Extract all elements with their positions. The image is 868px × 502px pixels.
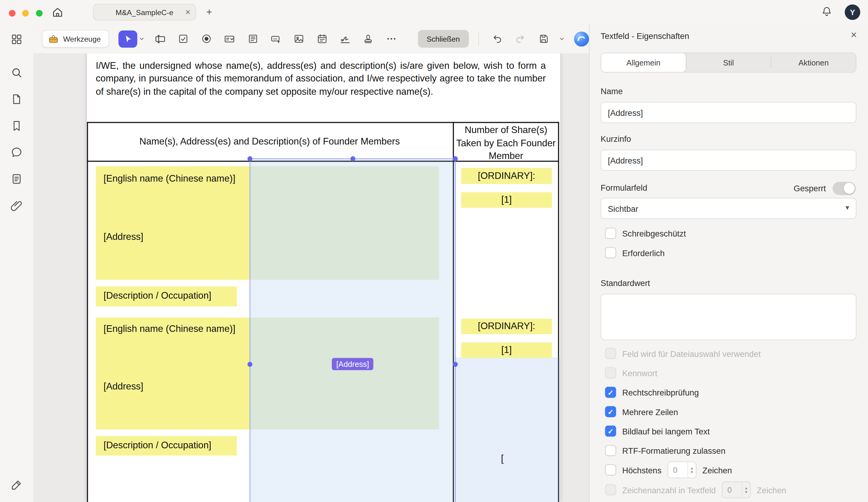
paperclip-icon bbox=[11, 199, 23, 211]
panel-tabs: Allgemein Stil Aktionen bbox=[601, 52, 857, 72]
image-icon bbox=[293, 33, 305, 44]
thumbnails-button[interactable] bbox=[9, 92, 24, 107]
checkbox-tool-button[interactable] bbox=[174, 30, 192, 48]
home-button[interactable] bbox=[50, 5, 65, 20]
max-chars-stepper[interactable]: ▲▼ bbox=[688, 462, 696, 478]
document-viewport[interactable]: I/WE, the undersigned whose name(s), add… bbox=[33, 53, 589, 502]
tab-close-icon[interactable]: × bbox=[185, 7, 190, 18]
comment-icon bbox=[11, 146, 23, 158]
redo-icon bbox=[515, 33, 526, 44]
combo-box-tool-button[interactable] bbox=[220, 30, 239, 48]
name-input[interactable]: [Address] bbox=[601, 102, 857, 123]
readonly-checkbox[interactable] bbox=[605, 228, 616, 239]
select-tool-button[interactable] bbox=[118, 30, 137, 47]
char-count-checkbox[interactable] bbox=[605, 484, 616, 495]
new-tab-button[interactable]: + bbox=[203, 6, 216, 19]
page-thumbnail-icon bbox=[11, 93, 23, 105]
document-tab[interactable]: M&A_SampleC-e × bbox=[93, 4, 196, 21]
max-chars-input[interactable]: 0 ▲▼ bbox=[668, 462, 696, 478]
visibility-select[interactable]: Sichtbar ▾ bbox=[601, 198, 857, 219]
select-tool-group bbox=[118, 30, 146, 47]
signature-field-tool-button[interactable] bbox=[336, 30, 354, 48]
locked-label: Gesperrt bbox=[794, 183, 826, 193]
select-tool-dropdown[interactable] bbox=[137, 30, 146, 47]
chevron-down-icon bbox=[559, 36, 565, 41]
signature-tool-button[interactable] bbox=[9, 478, 24, 492]
list-box-icon bbox=[247, 33, 258, 44]
image-field-tool-button[interactable] bbox=[290, 30, 308, 48]
option-spellcheck: ✓ Rechtschreibprüfung bbox=[605, 386, 859, 398]
more-icon bbox=[386, 33, 397, 44]
tab-stil[interactable]: Stil bbox=[686, 53, 771, 72]
option-max-chars: Höchstens 0 ▲▼ Zeichen bbox=[605, 464, 859, 476]
panel-title: Textfeld - Eigenschaften bbox=[601, 31, 689, 40]
cursor-icon bbox=[123, 34, 133, 43]
stamp-field-tool-button[interactable] bbox=[359, 30, 378, 48]
zoom-window-button[interactable] bbox=[36, 10, 42, 17]
ai-assistant-button[interactable] bbox=[574, 31, 589, 47]
required-checkbox[interactable] bbox=[605, 247, 616, 258]
save-dropdown[interactable] bbox=[558, 30, 566, 47]
shares-form-field[interactable] bbox=[456, 358, 560, 502]
panel-grid-button[interactable] bbox=[9, 32, 24, 47]
search-button[interactable] bbox=[9, 66, 24, 80]
max-chars-checkbox[interactable] bbox=[605, 464, 616, 475]
placeholder-bracket: [ bbox=[501, 453, 504, 464]
tab-allgemein[interactable]: Allgemein bbox=[601, 53, 686, 72]
selection-border-right bbox=[455, 158, 456, 502]
user-avatar[interactable]: Y bbox=[845, 4, 860, 20]
close-window-button[interactable] bbox=[9, 10, 16, 17]
comments-button[interactable] bbox=[9, 145, 24, 160]
date-field-tool-button[interactable] bbox=[313, 30, 331, 48]
toolbar-divider bbox=[478, 32, 479, 46]
selection-handle-middle-right[interactable] bbox=[453, 362, 458, 367]
selection-handle-top-middle[interactable] bbox=[351, 156, 355, 161]
push-button-tool-button[interactable]: OK bbox=[267, 30, 285, 48]
toolbox-icon bbox=[48, 33, 59, 44]
notifications-button[interactable] bbox=[819, 6, 834, 19]
list-box-tool-button[interactable] bbox=[244, 30, 262, 48]
left-sidebar bbox=[0, 24, 33, 502]
ai-swirl-icon bbox=[574, 31, 589, 47]
char-count-stepper[interactable]: ▲▼ bbox=[742, 482, 750, 498]
option-multiline: ✓ Mehrere Zeilen bbox=[605, 405, 859, 418]
attachments-button[interactable] bbox=[9, 199, 24, 213]
memorandum-paragraph: I/WE, the undersigned whose name(s), add… bbox=[96, 59, 546, 98]
scroll-long-text-checkbox[interactable]: ✓ bbox=[605, 426, 616, 437]
home-icon bbox=[52, 6, 64, 18]
redo-button[interactable] bbox=[511, 30, 529, 48]
selection-handle-top-right[interactable] bbox=[453, 156, 458, 161]
fields-list-button[interactable] bbox=[9, 172, 24, 186]
more-tools-button[interactable] bbox=[382, 30, 401, 48]
pen-icon bbox=[11, 479, 23, 491]
selection-handle-top-left[interactable] bbox=[247, 156, 252, 161]
undo-button[interactable] bbox=[488, 30, 506, 48]
address-form-field[interactable] bbox=[250, 158, 455, 502]
bookmarks-button[interactable] bbox=[9, 119, 24, 133]
file-select-checkbox[interactable] bbox=[605, 348, 616, 359]
rtf-checkbox[interactable] bbox=[605, 445, 616, 456]
spellcheck-checkbox[interactable]: ✓ bbox=[605, 387, 616, 398]
multiline-checkbox[interactable]: ✓ bbox=[605, 406, 616, 417]
bell-icon bbox=[821, 6, 833, 17]
calendar-icon bbox=[317, 33, 328, 44]
close-form-editing-button[interactable]: Schließen bbox=[418, 30, 469, 48]
tab-aktionen[interactable]: Aktionen bbox=[771, 53, 856, 72]
save-button[interactable] bbox=[534, 30, 552, 48]
text-field-tool-button[interactable] bbox=[151, 30, 169, 48]
name-label: Name bbox=[601, 87, 623, 96]
char-count-input[interactable]: 0 ▲▼ bbox=[722, 481, 751, 498]
pdf-page: I/WE, the undersigned whose name(s), add… bbox=[87, 53, 560, 502]
selection-handle-middle-left[interactable] bbox=[247, 362, 252, 367]
combo-box-icon bbox=[224, 33, 236, 45]
minimize-window-button[interactable] bbox=[22, 10, 29, 17]
locked-toggle[interactable] bbox=[833, 182, 856, 195]
panel-close-icon[interactable]: × bbox=[851, 29, 857, 41]
tools-button[interactable]: Werkzeuge bbox=[42, 30, 109, 48]
password-checkbox[interactable] bbox=[605, 368, 616, 379]
tooltip-label: Kurzinfo bbox=[601, 134, 631, 143]
radio-button-tool-button[interactable] bbox=[197, 30, 216, 48]
search-icon bbox=[11, 66, 23, 79]
tooltip-input[interactable]: [Address] bbox=[601, 150, 857, 171]
default-value-textarea[interactable] bbox=[601, 293, 857, 340]
